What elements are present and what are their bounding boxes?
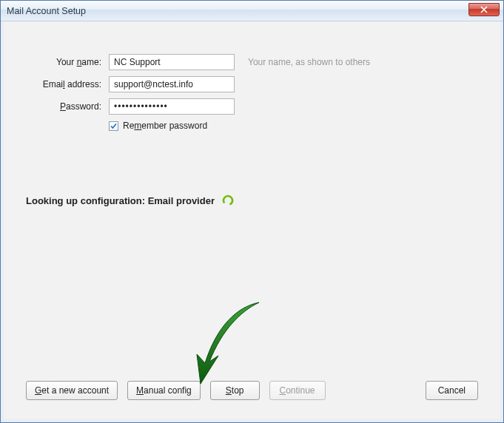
dialog-client-area: Your name: Your name, as shown to others…: [1, 21, 503, 422]
cancel-button[interactable]: Cancel: [426, 381, 478, 400]
checkmark-icon: [110, 122, 118, 130]
manual-config-button[interactable]: Manual config: [127, 381, 201, 400]
your-name-hint: Your name, as shown to others: [248, 57, 370, 67]
email-input[interactable]: [109, 76, 235, 92]
row-password: Password:: [26, 98, 478, 115]
row-email: Email address:: [26, 76, 478, 92]
spinner-icon: [222, 194, 234, 206]
close-icon: [480, 6, 488, 13]
remember-password-checkbox[interactable]: [109, 121, 118, 131]
row-remember: Remember password: [109, 121, 478, 131]
dialog-window: Mail Account Setup Your name: Your name,…: [0, 0, 504, 423]
row-your-name: Your name: Your name, as shown to others: [26, 54, 478, 70]
titlebar: Mail Account Setup: [1, 1, 503, 21]
password-label: Password:: [26, 101, 109, 112]
your-name-input[interactable]: [109, 54, 235, 70]
remember-password-label[interactable]: Remember password: [123, 121, 207, 131]
svg-point-0: [222, 194, 233, 206]
close-button[interactable]: [468, 3, 500, 16]
email-label: Email address:: [26, 79, 109, 89]
get-new-account-button[interactable]: Get a new account: [26, 381, 118, 400]
button-bar: Get a new account Manual config Stop Con…: [26, 381, 478, 400]
stop-button[interactable]: Stop: [210, 381, 260, 400]
window-title: Mail Account Setup: [7, 6, 86, 16]
continue-button: Continue: [269, 381, 326, 400]
password-input[interactable]: [109, 98, 235, 115]
status-area: Looking up configuration: Email provider: [26, 194, 478, 206]
status-text: Looking up configuration: Email provider: [26, 195, 215, 206]
your-name-label: Your name:: [26, 57, 109, 67]
annotation-arrow-icon: [189, 297, 270, 393]
account-form: Your name: Your name, as shown to others…: [26, 54, 478, 131]
